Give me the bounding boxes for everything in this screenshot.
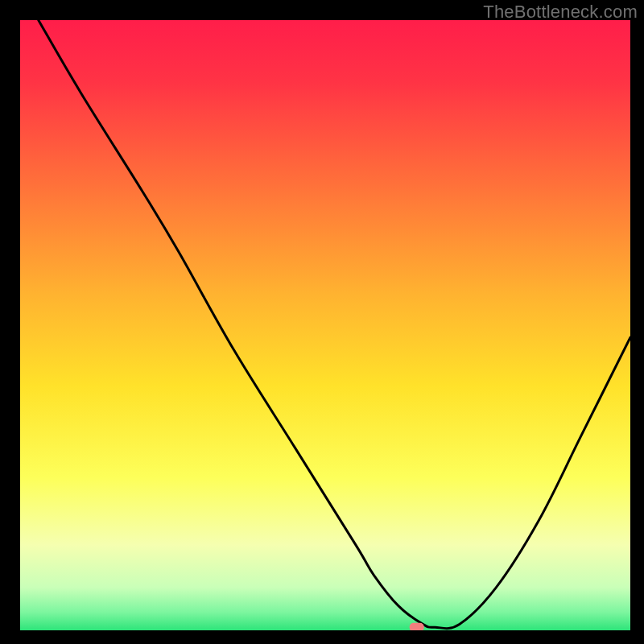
chart-area xyxy=(20,20,630,630)
bottleneck-chart xyxy=(20,20,630,630)
gradient-background xyxy=(20,20,630,630)
watermark-text: TheBottleneck.com xyxy=(483,2,638,23)
solution-marker xyxy=(410,623,424,630)
chart-frame: TheBottleneck.com xyxy=(0,0,644,644)
